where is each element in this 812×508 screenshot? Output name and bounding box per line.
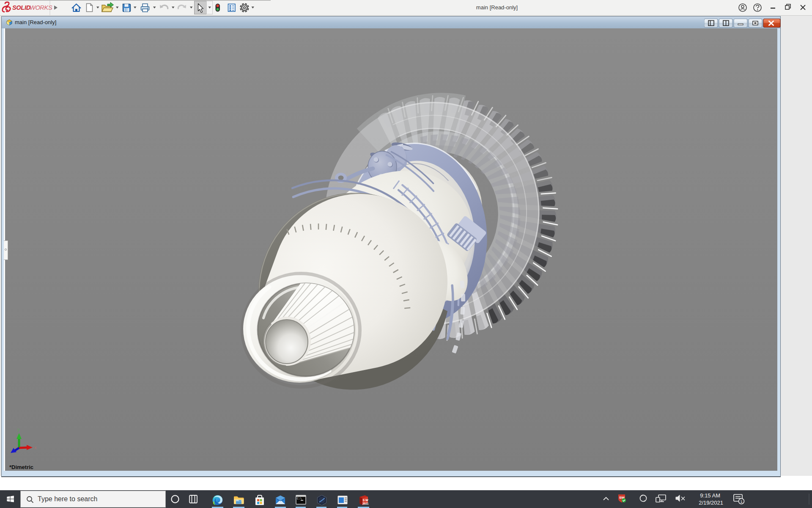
svg-text:x: x	[34, 445, 37, 450]
svg-text:C:\: C:\	[297, 497, 302, 500]
svg-text:2021: 2021	[362, 502, 369, 505]
svg-text:S W: S W	[363, 499, 369, 502]
svg-text:1: 1	[741, 499, 743, 504]
svg-text:9:15 AM: 9:15 AM	[700, 492, 720, 499]
svg-text:y: y	[17, 427, 20, 432]
svg-text:2/19/2021: 2/19/2021	[699, 500, 723, 506]
svg-text:SOLID: SOLID	[12, 4, 31, 11]
svg-text:WORKS: WORKS	[30, 4, 52, 11]
